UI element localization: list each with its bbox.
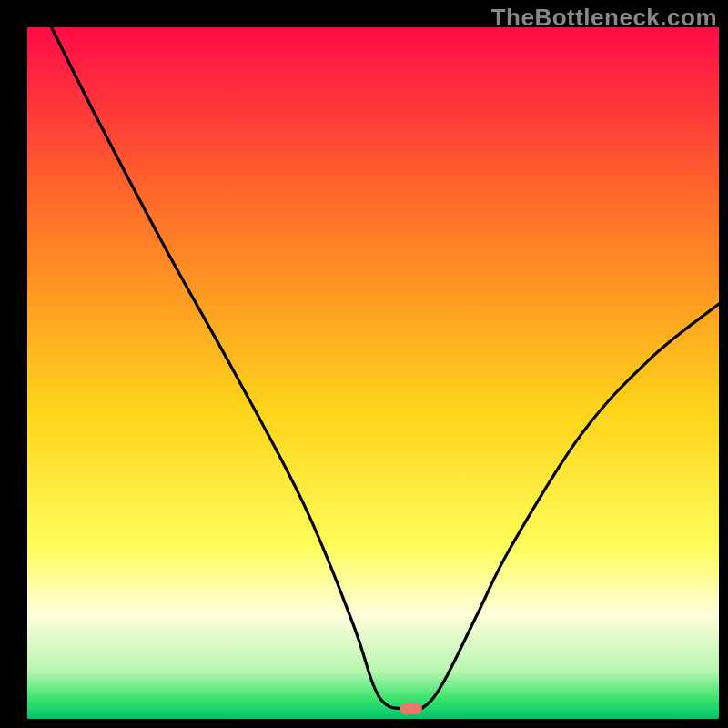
gradient-background bbox=[27, 27, 719, 719]
optimal-marker bbox=[400, 703, 422, 714]
bottleneck-chart bbox=[0, 0, 728, 728]
watermark-label: TheBottleneck.com bbox=[491, 4, 717, 32]
chart-frame: { "watermark": "TheBottleneck.com", "cha… bbox=[0, 0, 728, 728]
